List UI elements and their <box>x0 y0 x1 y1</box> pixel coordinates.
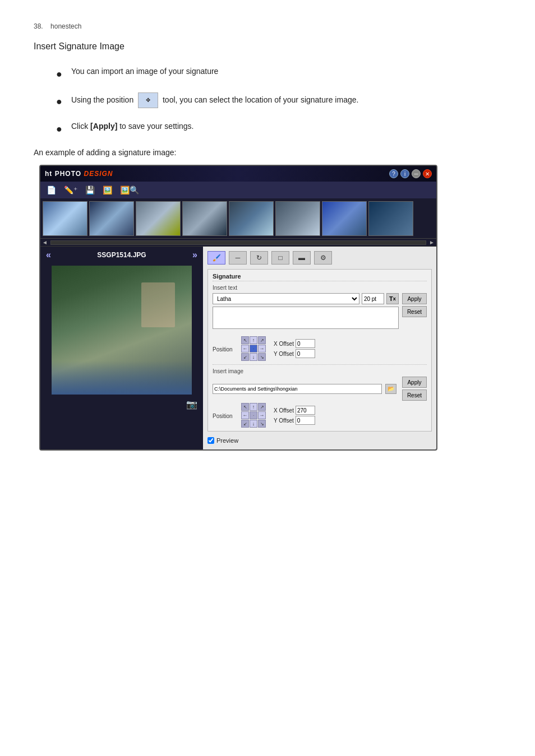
prev-image-button[interactable]: « <box>46 250 51 260</box>
tab-separator[interactable]: ─ <box>229 251 247 265</box>
pos-bottomcenter[interactable]: ↓ <box>250 353 257 361</box>
img-pos-bottomcenter[interactable]: ↓ <box>250 420 257 428</box>
pos-topright[interactable]: ↗ <box>258 336 266 344</box>
signature-text-area[interactable] <box>213 307 399 329</box>
tab-levels[interactable]: ▬ <box>293 251 311 265</box>
app-title: ht PHOTO DESIGN <box>45 170 113 178</box>
img-x-offset-label: X Offset <box>274 407 294 414</box>
list-item: ● You can import an image of your signat… <box>56 65 501 82</box>
signature-section: Signature Insert text Latha Tx <box>207 269 432 432</box>
x-offset-label: X Offset <box>274 341 294 347</box>
img-pos-topright[interactable]: ↗ <box>258 403 266 411</box>
text-position-row: Position ↖ ↑ ↗ ← · → ↙ ↓ ↘ X Off <box>213 336 427 361</box>
img-pos-topcenter[interactable]: ↑ <box>250 403 257 411</box>
help-icon[interactable]: ? <box>389 169 398 178</box>
text-position-grid[interactable]: ↖ ↑ ↗ ← · → ↙ ↓ ↘ <box>241 336 266 361</box>
img-btn-col: Apply Reset <box>402 377 427 401</box>
bullet-list: ● You can import an image of your signat… <box>56 65 501 137</box>
img-pos-center[interactable]: · <box>250 411 257 419</box>
scroll-right-arrow[interactable]: ► <box>427 239 436 245</box>
right-panel: 🖌️ ─ ↻ □ ▬ ⚙ Signature Insert text Latha <box>203 247 436 449</box>
preview-image <box>52 266 192 395</box>
file-path-row: 📂 Apply Reset <box>213 377 427 401</box>
new-button[interactable]: 📄 <box>45 185 58 195</box>
font-size-input[interactable] <box>362 293 384 304</box>
insert-text-header: Insert text <box>213 285 427 291</box>
font-select[interactable]: Latha <box>213 293 359 304</box>
tab-brush[interactable]: 🖌️ <box>207 251 225 265</box>
text-reset-button[interactable]: Reset <box>402 306 427 317</box>
pos-middleright[interactable]: → <box>258 345 266 353</box>
tab-refresh[interactable]: ↻ <box>250 251 268 265</box>
img-y-offset-input[interactable] <box>296 416 315 425</box>
pos-center[interactable]: · <box>250 345 257 353</box>
next-image-button[interactable]: » <box>192 250 197 260</box>
minimize-icon[interactable]: ─ <box>412 169 421 178</box>
pos-bottomright[interactable]: ↘ <box>258 353 266 361</box>
img-offset-row: X Offset Y Offset <box>274 406 315 425</box>
info-icon[interactable]: i <box>400 169 409 178</box>
img-position-grid[interactable]: ↖ ↑ ↗ ← · → ↙ ↓ ↘ <box>241 403 266 428</box>
thumbnail[interactable] <box>368 201 413 236</box>
text-apply-button[interactable]: Apply <box>402 293 427 304</box>
scroll-left-arrow[interactable]: ◄ <box>40 239 49 245</box>
img-pos-middleleft[interactable]: ← <box>241 411 249 419</box>
bullet-dot-1: ● <box>56 66 62 82</box>
preview-label: Preview <box>216 437 238 444</box>
img-pos-topleft[interactable]: ↖ <box>241 403 249 411</box>
font-row: Latha Tx <box>213 293 399 304</box>
import-button[interactable]: 🖼️🔍 <box>118 185 141 195</box>
save-button[interactable]: 💾 <box>84 185 96 195</box>
pos-middleleft[interactable]: ← <box>241 345 249 353</box>
tab-crop[interactable]: □ <box>271 251 289 265</box>
img-pos-bottomright[interactable]: ↘ <box>258 420 266 428</box>
edit-button[interactable]: ✏️⁺ <box>62 185 79 195</box>
font-style-button[interactable]: Tx <box>386 293 399 304</box>
thumbnail[interactable] <box>89 201 134 236</box>
img-y-offset-label: Y Offset <box>274 418 294 424</box>
app-toolbar: 📄 ✏️⁺ 💾 🖼️ 🖼️🔍 <box>40 182 436 198</box>
app-window: ht PHOTO DESIGN ? i ─ ✕ 📄 ✏️⁺ 💾 🖼️ 🖼️🔍 ◄… <box>39 165 437 451</box>
bottom-bar-left: 📷 <box>40 397 203 412</box>
file-path-input[interactable] <box>213 384 382 394</box>
camera-icon[interactable]: 📷 <box>186 399 197 410</box>
image-apply-button[interactable]: Apply <box>402 377 427 388</box>
thumbnail[interactable] <box>43 201 87 236</box>
insert-image-header: Insert image <box>213 368 427 374</box>
img-x-offset-item: X Offset <box>274 406 315 415</box>
close-icon[interactable]: ✕ <box>423 169 432 178</box>
left-panel: « SSGP1514.JPG » 📷 <box>40 247 203 449</box>
list-item: ● Click [Apply] to save your settings. <box>56 120 501 137</box>
preview-row: Preview <box>207 435 432 445</box>
y-offset-label: Y Offset <box>274 351 294 357</box>
text-position-label: Position <box>213 346 238 353</box>
filename-label: SSGP1514.JPG <box>51 251 192 259</box>
pos-topcenter[interactable]: ↑ <box>250 336 257 344</box>
thumbnail[interactable] <box>229 201 274 236</box>
tab-icons: 🖌️ ─ ↻ □ ▬ ⚙ <box>207 251 432 265</box>
preview-checkbox[interactable] <box>207 437 214 444</box>
app-titlebar: ht PHOTO DESIGN ? i ─ ✕ <box>40 166 436 182</box>
thumbnail[interactable] <box>182 201 227 236</box>
thumbnail[interactable] <box>136 201 181 236</box>
y-offset-input[interactable] <box>296 349 315 358</box>
y-offset-item: Y Offset <box>274 349 315 358</box>
page-number: 38. honestech <box>34 22 501 30</box>
scroll-track[interactable] <box>50 240 426 245</box>
tab-settings[interactable]: ⚙ <box>314 251 332 265</box>
img-pos-middleright[interactable]: → <box>258 411 266 419</box>
horizontal-scrollbar[interactable]: ◄ ► <box>40 239 436 247</box>
pos-topleft[interactable]: ↖ <box>241 336 249 344</box>
pos-bottomleft[interactable]: ↙ <box>241 353 249 361</box>
text-offset-row: X Offset Y Offset <box>274 339 315 358</box>
img-y-offset-item: Y Offset <box>274 416 315 425</box>
thumbnail[interactable] <box>322 201 367 236</box>
thumbnail[interactable] <box>275 201 320 236</box>
img-x-offset-input[interactable] <box>296 406 315 415</box>
img-pos-bottomleft[interactable]: ↙ <box>241 420 249 428</box>
x-offset-input[interactable] <box>296 339 315 348</box>
open-button[interactable]: 🖼️ <box>101 185 114 195</box>
bullet-text-1: You can import an image of your signatur… <box>71 65 501 77</box>
browse-button[interactable]: 📂 <box>385 384 396 394</box>
image-reset-button[interactable]: Reset <box>402 389 427 401</box>
